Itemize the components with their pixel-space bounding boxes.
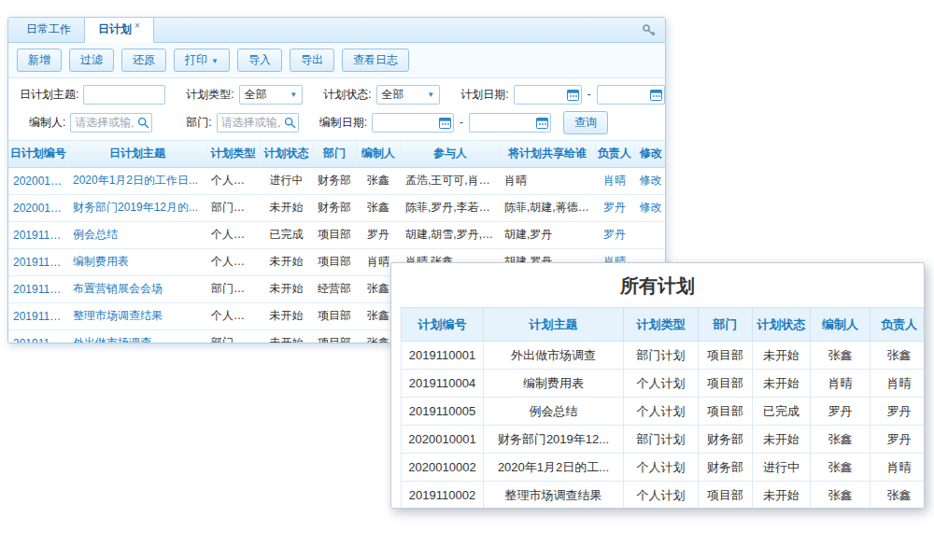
cell-link[interactable]: 2020年1月2日的工作日... [68,167,206,194]
status-select[interactable]: 全部 ▼ [376,85,441,105]
cell: 未开始 [260,329,313,343]
table-row: 20200100022020年1月2日的工...个人计划财务部进行中张鑫肖晴 [402,454,926,482]
caret-down-icon: ▼ [211,57,219,65]
tab-daily-work[interactable]: 日常工作 [13,17,84,42]
tab-daily-plan[interactable]: 日计划× [84,17,154,43]
cell-link[interactable]: 2019110001 [8,329,68,343]
add-button[interactable]: 新增 [17,49,62,72]
cell-link[interactable]: 编制费用表 [68,248,206,275]
import-button[interactable]: 导入 [237,49,282,72]
cell: 2019110001 [402,342,484,370]
cell: 例会总结 [484,398,624,426]
cell-link[interactable]: 2019110003 [8,275,68,302]
cell [634,221,666,248]
column-header: 计划状态 [260,141,313,167]
table-row[interactable]: 2020010001财务部门2019年12月的...部门计划未开始财务部张鑫陈菲… [8,194,666,221]
cell-link[interactable]: 外出做市场调查 [68,329,206,343]
search-icon[interactable] [284,117,296,132]
compiler-label: 编制人: [29,115,65,131]
cell: 财务部 [699,454,753,482]
cell: 已完成 [753,398,811,426]
close-icon[interactable]: × [134,21,140,31]
search-icon[interactable] [137,117,149,132]
search-button[interactable]: 查询 [563,111,608,134]
cell: 胡建,罗丹 [500,221,595,248]
column-header: 部门 [313,141,356,167]
cell: 部门计划 [206,329,260,343]
cell-link[interactable]: 修改 [634,194,666,221]
cell: 张鑫 [356,167,401,194]
cell: 项目部 [699,482,753,510]
all-plans-window: 所有计划 计划编号计划主题计划类型部门计划状态编制人负责人2019110001外… [390,262,925,509]
compile-date-label: 编制日期: [319,115,367,131]
column-header: 计划主题 [484,308,624,342]
cell-link[interactable]: 整理市场调查结果 [68,302,206,329]
print-button[interactable]: 打印▼ [174,49,230,72]
table-row: 2020010001财务部门2019年12...部门计划财务部未开始张鑫罗丹 [402,426,926,454]
cell: 陈菲,胡建,蒋德帧... [500,194,595,221]
cell: 2020010001 [402,426,484,454]
cell-link[interactable]: 2020010002 [8,167,68,194]
table-row: 2019110001外出做市场调查部门计划项目部未开始张鑫张鑫 [402,342,926,370]
subject-input[interactable] [83,85,165,105]
column-header: 参与人 [401,141,500,167]
cell: 项目部 [313,221,356,248]
table-row: 2019110005例会总结个人计划项目部已完成罗丹罗丹 [402,398,926,426]
cell: 罗丹 [356,221,401,248]
cell: 个人计划 [206,167,260,194]
column-header: 编制人 [811,308,870,342]
key-icon[interactable] [642,23,657,38]
filter-button[interactable]: 过滤 [69,49,114,72]
plan-date-from [514,85,582,105]
cell: 未开始 [260,275,313,302]
cell: 孟浩,王可可,肖晴,张鑫 [401,167,500,194]
dept-label: 部门: [186,115,211,131]
cell: 项目部 [699,398,753,426]
cell-link[interactable]: 修改 [634,167,666,194]
cell: 进行中 [260,167,313,194]
cell-link[interactable]: 2019110002 [8,302,68,329]
restore-button[interactable]: 还原 [121,49,166,72]
column-header: 修改 [634,141,666,167]
type-label: 计划类型: [186,87,234,103]
column-header: 将计划共享给谁 [500,141,595,167]
type-select-value: 全部 [245,87,267,103]
cell: 项目部 [313,302,356,329]
view-log-button[interactable]: 查看日志 [342,49,409,72]
calendar-icon[interactable] [567,89,579,104]
cell: 2019110005 [402,398,484,426]
export-button[interactable]: 导出 [290,49,334,72]
cell: 项目部 [313,329,356,343]
cell: 部门计划 [624,342,699,370]
table-row: 2019110002整理市场调查结果个人计划项目部未开始张鑫张鑫 [402,482,926,510]
header-row: 日计划编号日计划主题计划类型计划状态部门编制人参与人将计划共享给谁负责人修改 [8,141,666,167]
table-row[interactable]: 2019110005例会总结个人计划已完成项目部罗丹胡建,胡雪,罗丹,任晓...… [8,221,666,248]
plan-date-to [597,85,665,105]
calendar-icon[interactable] [650,89,662,104]
cell: 个人计划 [206,248,260,275]
cell: 肖晴 [811,370,870,398]
cell-link[interactable]: 例会总结 [68,221,206,248]
calendar-icon[interactable] [536,117,548,132]
screen: 日常工作 日计划× 新增 过滤 还原 打印▼ 导入 导出 查看日志 日计划主 [0,0,934,560]
column-header: 计划状态 [753,308,811,342]
cell-link[interactable]: 布置营销展会会场 [68,275,206,302]
cell: 财务部 [313,167,356,194]
table-row[interactable]: 20200100022020年1月2日的工作日...个人计划进行中财务部张鑫孟浩… [8,167,666,194]
tab-label: 日常工作 [26,22,71,35]
cell: 张鑫 [870,482,926,510]
calendar-icon[interactable] [439,117,451,132]
cell-link[interactable]: 2020010001 [8,194,68,221]
cell-link[interactable]: 2019110005 [8,221,68,248]
all-plans-title: 所有计划 [401,273,914,299]
cell: 罗丹 [595,194,634,221]
cell-link[interactable]: 财务部门2019年12月的... [68,194,206,221]
type-select[interactable]: 全部 ▼ [239,85,304,105]
filter-row-2: 编制人: 部门: 编制日期: [8,108,665,136]
cell-link[interactable]: 2019110004 [8,248,68,275]
cell: 陈菲,罗丹,李若若,罗... [401,194,500,221]
cell: 财务部 [313,194,356,221]
column-header: 计划编号 [402,308,484,342]
cell: 外出做市场调查 [484,342,624,370]
cell: 个人计划 [624,482,699,510]
